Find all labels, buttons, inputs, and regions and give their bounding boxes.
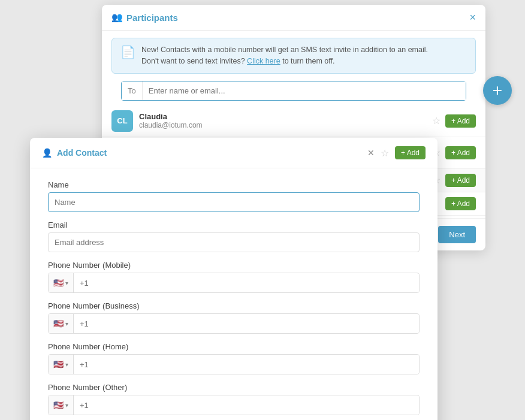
phone-mobile-group: Phone Number (Mobile) 🇺🇸 ▾: [48, 261, 420, 293]
flag-emoji: 🇺🇸: [53, 319, 64, 328]
flag-selector-other[interactable]: 🇺🇸 ▾: [49, 395, 74, 415]
phone-mobile-input[interactable]: [74, 274, 419, 292]
phone-home-label: Phone Number (Home): [48, 342, 420, 351]
email-input[interactable]: [48, 232, 420, 252]
info-banner: 📄 New! Contacts with a mobile number wil…: [111, 38, 476, 74]
add-button[interactable]: + Add: [445, 174, 476, 187]
chevron-down-icon: ▾: [65, 402, 68, 409]
flag-emoji: 🇺🇸: [53, 400, 64, 410]
phone-other-input-row: 🇺🇸 ▾: [48, 395, 420, 415]
header-actions: ✕ ☆ + Add: [367, 146, 426, 159]
chevron-down-icon: ▾: [65, 321, 68, 327]
chevron-down-icon: ▾: [65, 361, 68, 368]
to-label: To: [122, 81, 143, 100]
info-text-1: New! Contacts with a mobile number will …: [141, 46, 428, 54]
add-participant-fab[interactable]: +: [483, 76, 512, 105]
avatar: CL: [111, 110, 133, 132]
phone-business-group: Phone Number (Business) 🇺🇸 ▾: [48, 301, 420, 334]
participants-icon: 👥: [111, 12, 123, 23]
add-contact-header: 👤 Add Contact ✕ ☆ + Add: [30, 138, 437, 168]
contact-row: CL Claudia claudia@iotum.com ☆ + Add: [102, 105, 485, 137]
flag-selector-home[interactable]: 🇺🇸 ▾: [49, 355, 74, 374]
add-contact-modal: 👤 Add Contact ✕ ☆ + Add Name Email Phone…: [30, 138, 437, 420]
name-label: Name: [48, 180, 420, 189]
close-form-icon[interactable]: ✕: [367, 148, 375, 158]
name-input[interactable]: [48, 192, 420, 212]
info-link[interactable]: Click here: [247, 57, 280, 65]
add-contact-button[interactable]: + Add: [445, 146, 476, 159]
phone-home-group: Phone Number (Home) 🇺🇸 ▾: [48, 342, 420, 374]
add-contact-title-text: Add Contact: [57, 148, 107, 158]
star-icon[interactable]: ☆: [432, 115, 440, 126]
contact-info: Claudia claudia@iotum.com: [139, 112, 426, 129]
avatar-initials: CL: [117, 116, 127, 125]
modal-close-button[interactable]: ×: [469, 12, 476, 23]
contact-actions: ☆ + Add: [432, 114, 476, 128]
add-contact-title: 👤 Add Contact: [42, 148, 107, 158]
info-icon: 📄: [120, 45, 135, 59]
info-text-3: to turn them off.: [282, 57, 334, 65]
phone-business-label: Phone Number (Business): [48, 301, 420, 310]
phone-home-input[interactable]: [74, 355, 419, 374]
flag-selector-mobile[interactable]: 🇺🇸 ▾: [49, 273, 74, 292]
modal-header: 👥 Participants ×: [102, 5, 485, 31]
person-icon: 👤: [42, 148, 52, 158]
phone-mobile-label: Phone Number (Mobile): [48, 261, 420, 270]
star-form-icon[interactable]: ☆: [381, 147, 389, 159]
contact-actions: ☆ + Add: [432, 146, 476, 159]
name-group: Name: [48, 180, 420, 212]
plus-icon: +: [493, 82, 502, 99]
phone-business-input[interactable]: [74, 315, 419, 333]
add-contact-form: Name Email Phone Number (Mobile) 🇺🇸 ▾ Ph…: [30, 168, 437, 420]
to-input[interactable]: [143, 81, 466, 100]
phone-business-input-row: 🇺🇸 ▾: [48, 313, 420, 334]
phone-home-input-row: 🇺🇸 ▾: [48, 354, 420, 374]
chevron-down-icon: ▾: [65, 280, 68, 286]
modal-title: 👥 Participants: [111, 12, 178, 23]
contact-email: claudia@iotum.com: [139, 121, 426, 129]
form-add-button[interactable]: + Add: [395, 146, 426, 159]
to-field-row: To: [121, 81, 466, 101]
flag-emoji: 🇺🇸: [53, 359, 64, 369]
next-button[interactable]: Next: [438, 226, 476, 243]
add-contact-button[interactable]: + Add: [445, 114, 476, 128]
phone-other-group: Phone Number (Other) 🇺🇸 ▾: [48, 383, 420, 415]
info-text-2: Don't want to send text invites?: [141, 57, 245, 65]
email-group: Email: [48, 220, 420, 252]
flag-selector-business[interactable]: 🇺🇸 ▾: [49, 314, 74, 333]
email-label: Email: [48, 220, 420, 229]
phone-other-label: Phone Number (Other): [48, 383, 420, 392]
modal-title-text: Participants: [126, 13, 178, 23]
info-banner-text: New! Contacts with a mobile number will …: [141, 44, 428, 67]
add-extra-button[interactable]: + Add: [445, 197, 476, 210]
contact-name: Claudia: [139, 112, 426, 121]
phone-mobile-input-row: 🇺🇸 ▾: [48, 273, 420, 293]
phone-other-input[interactable]: [74, 396, 419, 415]
flag-emoji: 🇺🇸: [53, 278, 64, 288]
